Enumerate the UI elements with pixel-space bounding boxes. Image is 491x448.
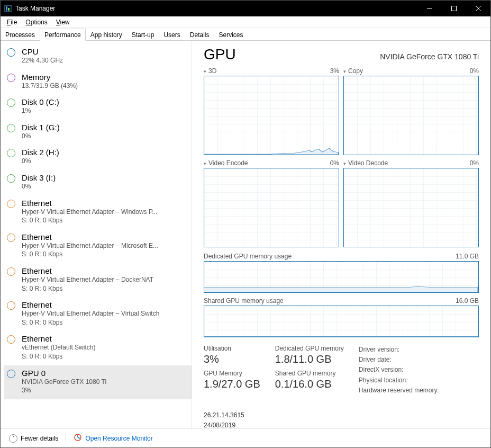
app-icon	[4, 4, 12, 13]
tab-details[interactable]: Details	[185, 29, 214, 41]
util-label: Utilisation	[204, 345, 260, 352]
ded-label: Dedicated GPU memory	[275, 345, 344, 352]
sidebar-item-sub2: 3%	[22, 387, 106, 395]
sidebar-item-title: Memory	[22, 73, 78, 82]
usage-circle-icon	[7, 149, 16, 158]
sidebar-item-10[interactable]: EthernetvEthernet (Default Switch)S: 0 R…	[4, 331, 192, 365]
engine-chart-1	[343, 76, 479, 155]
sidebar-item-1[interactable]: Memory13.7/31.9 GB (43%)	[4, 69, 192, 95]
chart-pct: 3%	[330, 67, 339, 75]
shared-mem-label: Shared GPU memory usage	[204, 297, 284, 304]
dedicated-mem-chart	[204, 261, 479, 293]
chart-engine-selector[interactable]: ▾Video Encode	[204, 159, 248, 167]
engine-chart-3	[343, 168, 479, 247]
usage-circle-icon	[7, 98, 16, 108]
sidebar-item-title: Disk 3 (I:)	[22, 173, 56, 182]
open-resource-monitor-link[interactable]: Open Resource Monitor	[70, 432, 156, 444]
info-driver-date-label: Driver date:	[359, 355, 449, 365]
sidebar-item-title: Disk 1 (G:)	[22, 123, 60, 132]
usage-circle-icon	[7, 267, 16, 277]
sidebar-item-9[interactable]: EthernetHyper-V Virtual Ethernet Adapter…	[4, 297, 192, 331]
sidebar-item-sub: Hyper-V Virtual Ethernet Adapter – Windo…	[22, 208, 157, 217]
sidebar-item-sub: 0%	[22, 157, 59, 166]
chart-pct: 0%	[470, 159, 479, 167]
tab-app-history[interactable]: App history	[86, 29, 127, 41]
close-button[interactable]	[466, 1, 490, 16]
shared-mem-chart	[204, 306, 479, 337]
gpu-model: NVIDIA GeForce GTX 1080 Ti	[380, 52, 479, 61]
chart-name: 3D	[208, 67, 216, 75]
sidebar-item-title: Ethernet	[22, 232, 158, 241]
dedicated-mem-label: Dedicated GPU memory usage	[204, 253, 292, 260]
window-title: Task Manager	[15, 5, 55, 12]
tab-startup[interactable]: Start-up	[127, 29, 159, 41]
sidebar-item-title: Ethernet	[22, 300, 159, 309]
maximize-button[interactable]	[442, 1, 466, 16]
dedicated-mem-max: 11.0 GB	[456, 253, 479, 260]
info-reserved-label: Hardware reserved memory:	[359, 386, 449, 396]
svg-rect-4	[452, 6, 457, 11]
tab-services[interactable]: Services	[214, 29, 248, 41]
chart-pct: 0%	[330, 159, 339, 167]
usage-circle-icon	[7, 174, 16, 184]
usage-circle-icon	[7, 335, 16, 345]
sidebar-item-5[interactable]: Disk 3 (I:)0%	[4, 170, 192, 195]
sidebar-item-sub: 0%	[22, 183, 56, 191]
sidebar-item-title: Ethernet	[22, 266, 153, 275]
usage-circle-icon	[7, 301, 16, 311]
sidebar-item-sub: 13.7/31.9 GB (43%)	[22, 82, 78, 91]
ded-value: 1.8/11.0 GB	[275, 353, 344, 365]
info-directx-label: DirectX version:	[359, 365, 449, 375]
menu-view[interactable]: View	[52, 17, 74, 27]
sidebar-item-11[interactable]: GPU 0NVIDIA GeForce GTX 1080 Ti3%	[4, 365, 192, 399]
gpumem-value: 1.9/27.0 GB	[204, 378, 260, 390]
chart-name: Copy	[348, 67, 363, 75]
shared-mem-max: 16.0 GB	[456, 297, 479, 304]
sidebar-item-2[interactable]: Disk 0 (C:)1%	[4, 94, 192, 120]
sidebar-item-sub2: S: 0 R: 0 Kbps	[22, 353, 95, 361]
usage-circle-icon	[7, 370, 16, 379]
chart-engine-selector[interactable]: ▾Copy	[343, 67, 363, 75]
sidebar-item-sub2: S: 0 R: 0 Kbps	[22, 319, 159, 327]
shr-value: 0.1/16.0 GB	[275, 378, 344, 390]
sidebar-item-sub: vEthernet (Default Switch)	[22, 344, 95, 352]
usage-circle-icon	[7, 74, 16, 83]
sidebar-item-4[interactable]: Disk 2 (H:)0%	[4, 145, 192, 170]
resource-monitor-icon	[74, 433, 82, 443]
tab-performance[interactable]: Performance	[40, 29, 86, 41]
usage-circle-icon	[7, 200, 16, 209]
sidebar-item-sub2: S: 0 R: 0 Kbps	[22, 217, 157, 225]
tab-processes[interactable]: Processes	[1, 29, 40, 41]
minimize-button[interactable]	[417, 1, 442, 16]
titlebar[interactable]: Task Manager	[1, 1, 490, 16]
sidebar-item-title: Disk 2 (H:)	[22, 148, 59, 157]
gpumem-label: GPU Memory	[204, 370, 260, 377]
svg-rect-2	[8, 8, 10, 11]
info-driver-ver: 26.21.14.3615	[204, 410, 252, 420]
chart-engine-selector[interactable]: ▾3D	[204, 67, 216, 75]
menu-options[interactable]: Options	[21, 17, 51, 27]
sidebar-item-sub: NVIDIA GeForce GTX 1080 Ti	[22, 378, 106, 387]
sidebar-item-title: Disk 0 (C:)	[22, 97, 59, 106]
sidebar-item-title: CPU	[22, 47, 63, 56]
chevron-up-icon: ˄	[9, 434, 17, 443]
chart-pct: 0%	[470, 67, 479, 75]
tabstrip: Processes Performance App history Start-…	[1, 28, 490, 41]
sidebar-item-0[interactable]: CPU22% 4.30 GHz	[4, 44, 192, 69]
info-driver-ver-label: Driver version:	[359, 345, 449, 355]
sidebar-item-7[interactable]: EthernetHyper-V Virtual Ethernet Adapter…	[4, 229, 192, 263]
sidebar-item-8[interactable]: EthernetHyper-V Virtual Ethernet Adapter…	[4, 263, 192, 297]
sidebar-item-sub: Hyper-V Virtual Ethernet Adapter – Micro…	[22, 242, 158, 250]
tab-users[interactable]: Users	[159, 29, 185, 41]
sidebar-item-sub2: S: 0 R: 0 Kbps	[22, 250, 158, 259]
sidebar-item-6[interactable]: EthernetHyper-V Virtual Ethernet Adapter…	[4, 195, 192, 229]
sidebar[interactable]: CPU22% 4.30 GHzMemory13.7/31.9 GB (43%)D…	[1, 41, 192, 428]
usage-circle-icon	[7, 234, 16, 243]
chart-name: Video Encode	[208, 159, 248, 167]
sidebar-item-3[interactable]: Disk 1 (G:)0%	[4, 120, 192, 145]
fewer-details-button[interactable]: ˄ Fewer details	[6, 433, 61, 444]
engine-chart-2	[204, 168, 339, 247]
sidebar-item-sub: Hyper-V Virtual Ethernet Adapter – Docke…	[22, 276, 153, 284]
menu-file[interactable]: File	[3, 17, 21, 27]
chart-engine-selector[interactable]: ▾Video Decode	[343, 159, 388, 167]
